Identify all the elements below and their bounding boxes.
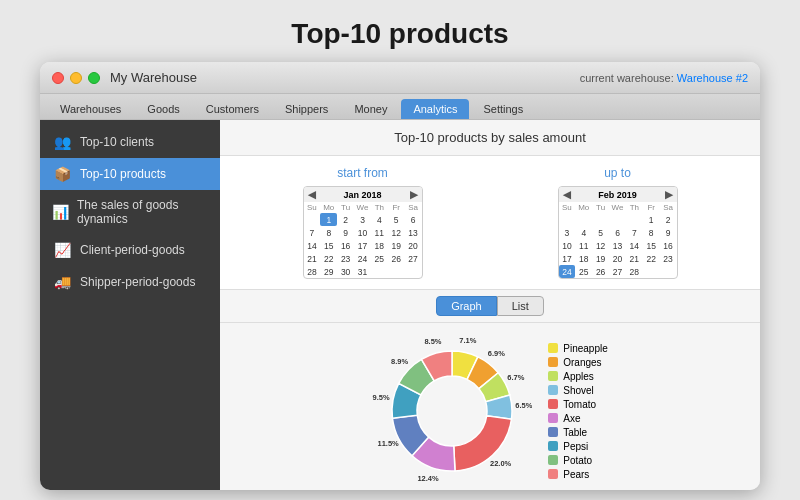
legend-item: Axe	[548, 413, 607, 424]
svg-text:9.5%: 9.5%	[373, 393, 390, 402]
calendar-section: start from ◀Jan 2018▶SuMoTuWeThFrSa12345…	[220, 156, 760, 290]
sidebar-icon: 📈	[52, 242, 72, 258]
sidebar-icon: 🚚	[52, 274, 72, 290]
sidebar-item-client-period-goods[interactable]: 📈Client-period-goods	[40, 234, 220, 266]
start-date-group: start from ◀Jan 2018▶SuMoTuWeThFrSa12345…	[303, 166, 423, 279]
nav-tab-warehouses[interactable]: Warehouses	[48, 99, 133, 119]
maximize-button[interactable]	[88, 72, 100, 84]
donut-chart[interactable]: 7.1%6.9%6.7%6.5%22.0%12.4%11.5%9.5%8.9%8…	[372, 331, 532, 490]
legend-color	[548, 357, 558, 367]
legend-item: Apples	[548, 371, 607, 382]
legend-color	[548, 469, 558, 479]
sidebar-item-top10-clients[interactable]: 👥Top-10 clients	[40, 126, 220, 158]
legend-item: Pears	[548, 469, 607, 480]
legend-color	[548, 413, 558, 423]
content-header: Top-10 products by sales amount	[220, 120, 760, 156]
svg-text:6.7%: 6.7%	[508, 373, 525, 382]
svg-text:8.5%: 8.5%	[425, 337, 442, 346]
legend-item: Oranges	[548, 357, 607, 368]
chart-legend: PineappleOrangesApplesShovelTomatoAxeTab…	[548, 343, 607, 480]
app-name: My Warehouse	[110, 70, 580, 85]
svg-text:7.1%: 7.1%	[460, 336, 477, 345]
svg-text:8.9%: 8.9%	[391, 357, 408, 366]
nav-tab-shippers[interactable]: Shippers	[273, 99, 340, 119]
close-button[interactable]	[52, 72, 64, 84]
start-calendar[interactable]: ◀Jan 2018▶SuMoTuWeThFrSa1234567891011121…	[303, 186, 423, 279]
sidebar-item-sales-dynamics[interactable]: 📊The sales of goods dynamics	[40, 190, 220, 234]
legend-color	[548, 343, 558, 353]
nav-tab-money[interactable]: Money	[342, 99, 399, 119]
svg-text:6.9%: 6.9%	[488, 349, 505, 358]
legend-item: Table	[548, 427, 607, 438]
nav-tabs: WarehousesGoodsCustomersShippersMoneyAna…	[40, 94, 760, 120]
sidebar-icon: 👥	[52, 134, 72, 150]
list-toggle[interactable]: List	[497, 296, 544, 316]
legend-color	[548, 427, 558, 437]
end-date-group: up to ◀Feb 2019▶SuMoTuWeThFrSa1234567891…	[558, 166, 678, 279]
legend-item: Pineapple	[548, 343, 607, 354]
view-toggle: Graph List	[220, 290, 760, 323]
sidebar-icon: 📊	[52, 204, 69, 220]
legend-color	[548, 385, 558, 395]
svg-text:22.0%: 22.0%	[490, 459, 512, 468]
current-warehouse-info: current warehouse: Warehouse #2	[580, 72, 748, 84]
nav-tab-customers[interactable]: Customers	[194, 99, 271, 119]
traffic-lights	[52, 72, 100, 84]
app-window: My Warehouse current warehouse: Warehous…	[40, 62, 760, 490]
graph-toggle[interactable]: Graph	[436, 296, 497, 316]
svg-text:6.5%: 6.5%	[516, 401, 533, 410]
content-area: Top-10 products by sales amount start fr…	[220, 120, 760, 490]
legend-item: Tomato	[548, 399, 607, 410]
legend-color	[548, 441, 558, 451]
legend-item: Potato	[548, 455, 607, 466]
legend-item: Pepsi	[548, 441, 607, 452]
sidebar: 👥Top-10 clients📦Top-10 products📊The sale…	[40, 120, 220, 490]
sidebar-icon: 📦	[52, 166, 72, 182]
main-layout: 👥Top-10 clients📦Top-10 products📊The sale…	[40, 120, 760, 490]
chart-area: 7.1%6.9%6.7%6.5%22.0%12.4%11.5%9.5%8.9%8…	[220, 323, 760, 490]
legend-item: Shovel	[548, 385, 607, 396]
nav-tab-analytics[interactable]: Analytics	[401, 99, 469, 119]
minimize-button[interactable]	[70, 72, 82, 84]
sidebar-item-shipper-period-goods[interactable]: 🚚Shipper-period-goods	[40, 266, 220, 298]
svg-text:11.5%: 11.5%	[378, 439, 400, 448]
end-calendar[interactable]: ◀Feb 2019▶SuMoTuWeThFrSa1234567891011121…	[558, 186, 678, 279]
start-label: start from	[337, 166, 388, 180]
warehouse-link[interactable]: Warehouse #2	[677, 72, 748, 84]
sidebar-item-top10-products[interactable]: 📦Top-10 products	[40, 158, 220, 190]
up-to-label: up to	[604, 166, 631, 180]
nav-tab-settings[interactable]: Settings	[471, 99, 535, 119]
donut-svg: 7.1%6.9%6.7%6.5%22.0%12.4%11.5%9.5%8.9%8…	[372, 331, 532, 490]
legend-color	[548, 399, 558, 409]
nav-tab-goods[interactable]: Goods	[135, 99, 191, 119]
svg-text:12.4%: 12.4%	[418, 474, 440, 483]
legend-color	[548, 371, 558, 381]
page-title: Top-10 products	[291, 0, 508, 62]
title-bar: My Warehouse current warehouse: Warehous…	[40, 62, 760, 94]
legend-color	[548, 455, 558, 465]
